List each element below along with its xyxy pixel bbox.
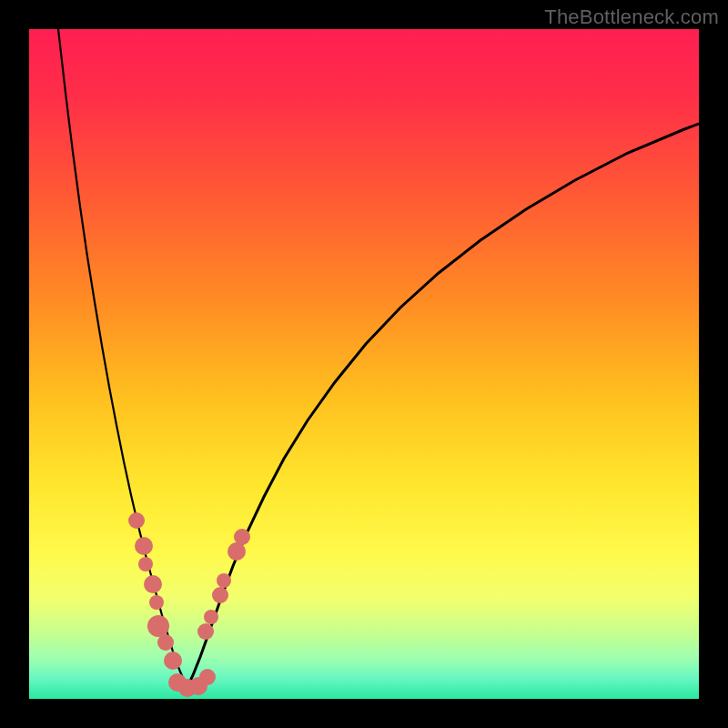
- data-marker: [149, 595, 164, 610]
- curves-layer: [29, 29, 699, 699]
- curve-left-branch: [58, 29, 187, 687]
- data-marker: [135, 537, 153, 555]
- data-marker: [164, 652, 182, 670]
- watermark-text: TheBottleneck.com: [544, 5, 719, 29]
- curve-right-branch: [187, 124, 699, 687]
- marker-group: [128, 512, 250, 697]
- chart-frame: TheBottleneck.com: [0, 0, 728, 728]
- data-marker: [197, 623, 214, 640]
- data-marker: [234, 529, 250, 545]
- data-marker: [204, 610, 218, 624]
- data-marker: [212, 587, 228, 603]
- data-marker: [199, 669, 216, 685]
- plot-area: [29, 29, 699, 699]
- data-marker: [147, 615, 169, 637]
- data-marker: [138, 557, 153, 571]
- data-marker: [228, 542, 246, 561]
- data-marker: [128, 512, 145, 529]
- data-marker: [144, 575, 162, 593]
- data-marker: [217, 573, 231, 588]
- data-marker: [157, 634, 174, 651]
